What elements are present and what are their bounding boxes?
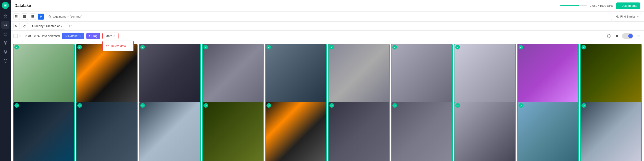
svg-rect-11 [15, 16, 16, 17]
progress-track [560, 6, 587, 6]
image-cell[interactable] [391, 44, 453, 105]
svg-rect-15 [24, 17, 26, 18]
tag-icon [89, 35, 92, 37]
dense-grid-button[interactable] [635, 33, 641, 39]
grid-view-button[interactable] [14, 14, 20, 20]
more-button[interactable]: More [102, 32, 118, 39]
table-view-button[interactable] [22, 14, 28, 20]
grid-size-button[interactable] [614, 33, 620, 39]
sidebar-item-layers[interactable] [1, 48, 10, 56]
svg-rect-12 [16, 16, 17, 17]
image-cell[interactable] [13, 102, 75, 161]
image-cell[interactable] [139, 102, 200, 161]
svg-rect-35 [639, 37, 640, 37]
image-cell[interactable] [265, 44, 327, 105]
image-cell[interactable] [202, 102, 264, 161]
page-title: Datalake [14, 3, 31, 8]
image-cell[interactable] [454, 102, 516, 161]
image-cell[interactable] [328, 102, 390, 161]
search-icon [48, 15, 52, 18]
sort-direction-button[interactable] [67, 23, 73, 29]
more-dropdown: Delete data [102, 41, 134, 51]
svg-point-19 [49, 15, 50, 17]
shuffle-button[interactable] [14, 23, 20, 29]
svg-point-20 [618, 16, 618, 17]
svg-rect-1 [4, 14, 5, 15]
search-input[interactable] [53, 15, 609, 18]
order-by-button[interactable]: Order by : Created at [30, 23, 65, 30]
svg-point-22 [90, 35, 90, 36]
sidebar-item-cube[interactable] [1, 57, 10, 65]
svg-rect-32 [639, 36, 640, 36]
toolbar-row2: Order by : Created at [11, 22, 644, 30]
image-cell[interactable] [265, 102, 327, 161]
svg-rect-28 [638, 35, 638, 35]
toggle-knob [628, 34, 633, 38]
svg-rect-34 [638, 37, 638, 37]
dpu-progress [560, 6, 587, 6]
image-cell[interactable] [139, 44, 200, 105]
delete-data-item[interactable]: Delete data [103, 42, 133, 50]
svg-rect-9 [15, 15, 16, 16]
header: Datalake 7.050 / 1000 DPU + Upload data [11, 0, 644, 12]
more-container: More Delete data [102, 32, 118, 39]
upload-button[interactable]: + Upload data [616, 2, 640, 9]
image-cell[interactable] [13, 44, 75, 105]
image-cell[interactable] [76, 102, 138, 161]
tag-button[interactable]: Tag [86, 32, 100, 39]
action-bar: 36 of 3,874 Data selected Dataset Tag Mo… [11, 30, 644, 41]
trash-icon [106, 44, 109, 48]
svg-rect-27 [637, 35, 638, 35]
svg-rect-33 [637, 37, 638, 37]
progress-fill [560, 6, 579, 6]
toggle-slider[interactable] [622, 33, 633, 39]
image-cell[interactable] [517, 102, 579, 161]
image-cell[interactable] [580, 102, 642, 161]
filter-button[interactable] [38, 14, 44, 20]
image-cell[interactable] [391, 102, 453, 161]
expand-button[interactable] [606, 33, 612, 39]
svg-rect-16 [32, 15, 32, 17]
image-cell[interactable] [580, 44, 642, 105]
find-similar-button[interactable]: Find Similar [614, 13, 641, 20]
app-logo[interactable] [2, 2, 9, 9]
main-content: Datalake 7.050 / 1000 DPU + Upload data [11, 0, 644, 161]
svg-rect-4 [6, 16, 7, 17]
svg-rect-13 [24, 15, 26, 16]
svg-point-7 [4, 33, 5, 33]
checkbox-chevron[interactable] [18, 34, 22, 38]
svg-rect-17 [33, 15, 34, 17]
sidebar [0, 0, 11, 161]
svg-rect-14 [24, 16, 26, 17]
svg-rect-24 [617, 35, 618, 36]
chevron-down-icon [636, 16, 639, 18]
sidebar-item-data[interactable] [1, 21, 10, 29]
sidebar-item-model[interactable] [1, 39, 10, 47]
svg-rect-31 [638, 36, 638, 36]
svg-rect-23 [616, 35, 617, 36]
select-all-checkbox[interactable] [14, 34, 18, 38]
svg-point-5 [4, 23, 7, 24]
image-cell[interactable] [202, 44, 264, 105]
search-bar [46, 13, 612, 20]
dataset-icon [65, 35, 68, 37]
svg-rect-18 [32, 17, 34, 18]
refresh-button[interactable] [22, 23, 28, 29]
selected-count: 36 of 3,874 Data selected [24, 34, 60, 38]
image-cell[interactable] [454, 44, 516, 105]
sidebar-item-image[interactable] [1, 30, 10, 38]
toolbar-row1: Find Similar [11, 12, 644, 22]
image-cell[interactable] [328, 44, 390, 105]
dataset-button[interactable]: Dataset [62, 32, 84, 39]
checkbox-area [14, 34, 22, 38]
svg-rect-25 [616, 36, 617, 37]
dpu-info: 7.050 / 1000 DPU [590, 4, 613, 8]
sidebar-item-home[interactable] [1, 12, 10, 20]
view-controls [606, 33, 641, 39]
image-grid [11, 41, 644, 161]
chevron-up-icon [113, 35, 115, 37]
card-view-button[interactable] [30, 14, 36, 20]
image-cell[interactable] [517, 44, 579, 105]
image-cell[interactable] [76, 44, 138, 105]
chevron-down-icon [60, 25, 63, 27]
